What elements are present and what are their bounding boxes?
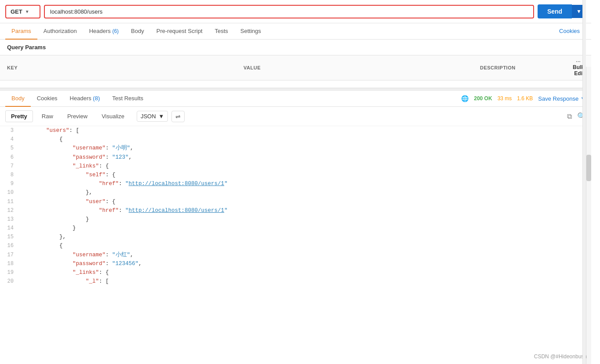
code-line-4: 4 { [0,135,591,144]
line-content: { [20,135,591,144]
line-content: }, [20,188,591,197]
right-edge-strip [582,0,586,364]
resp-tab-test-results[interactable]: Test Results [106,91,149,107]
resp-headers-badge: (8) [93,95,100,102]
line-content: "password": "123456", [20,259,591,268]
desc-col-header: DESCRIPTION [473,55,562,80]
response-format-bar: Pretty Raw Preview Visualize JSON ▼ ⇌ ⧉ … [0,107,591,126]
line-number: 18 [0,259,20,268]
key-cell[interactable] [0,80,236,88]
url-input[interactable]: localhost:8080/users [44,5,534,18]
line-number: 4 [0,135,20,144]
table-row [0,80,591,88]
line-content: { [20,241,591,250]
tab-cookies[interactable]: Cookies [553,23,586,40]
tab-authorization[interactable]: Authorization [37,23,83,40]
line-content: "self": { [20,171,591,179]
format-dropdown[interactable]: JSON ▼ [137,111,168,122]
vertical-scrollbar[interactable] [586,67,591,364]
line-content: "username": "小明", [20,144,591,153]
code-line-5: 5 "username": "小明", [0,144,591,153]
line-content: "username": "小红", [20,251,591,259]
tab-body[interactable]: Body [125,23,150,40]
tab-prerequest[interactable]: Pre-request Script [150,23,209,40]
line-number: 8 [0,171,20,179]
line-content: "_links": { [20,162,591,171]
request-bar: GET ▼ localhost:8080/users Send ▼ [0,0,591,23]
line-number: 13 [0,215,20,224]
line-content: "users": [ [20,126,591,135]
line-content: } [20,224,591,233]
line-content: } [20,215,591,224]
format-chevron-icon: ▼ [159,113,164,120]
code-line-15: 15 }, [0,233,591,241]
tab-params[interactable]: Params [5,23,37,40]
tab-headers[interactable]: Headers (6) [83,23,125,40]
line-number: 19 [0,268,20,277]
code-line-18: 18 "password": "123456", [0,259,591,268]
value-cell[interactable] [236,80,473,88]
tab-tests[interactable]: Tests [209,23,234,40]
fmt-tab-raw[interactable]: Raw [36,111,58,122]
code-line-7: 7 "_links": { [0,162,591,171]
code-line-13: 13 } [0,215,591,224]
resp-tab-cookies[interactable]: Cookies [31,91,64,107]
copy-icon[interactable]: ⧉ [567,113,572,120]
more-options-icon[interactable]: ··· [576,59,581,64]
value-col-header: VALUE [236,55,473,80]
csdn-watermark: CSDN @#Hideonbush [534,353,587,360]
response-status-bar: 🌐 200 OK 33 ms 1.6 KB Save Response ▼ [461,95,586,102]
scrollbar-thumb[interactable] [586,155,591,181]
line-number: 7 [0,162,20,171]
code-line-3: 3 "users": [ [0,126,591,135]
line-number: 20 [0,277,20,286]
save-response-label: Save Response [538,95,578,102]
resp-tab-headers[interactable]: Headers (8) [64,91,106,107]
line-number: 5 [0,144,20,153]
globe-icon: 🌐 [461,95,469,102]
fmt-tab-pretty[interactable]: Pretty [5,110,33,122]
response-code-area: 3 "users": [ 4 { 5 "username": "小明", 6 [0,126,591,286]
line-number: 17 [0,251,20,259]
code-line-20: 20 "_l": [ [0,277,591,286]
method-select[interactable]: GET ▼ [5,5,40,18]
line-content: "password": "123", [20,153,591,162]
wrap-button[interactable]: ⇌ [171,111,185,122]
send-button[interactable]: Send [538,4,572,18]
response-tabs-bar: Body Cookies Headers (8) Test Results 🌐 … [0,91,591,107]
code-line-16: 16 { [0,241,591,250]
line-number: 9 [0,179,20,188]
line-content: "_links": { [20,268,591,277]
fmt-tab-visualize[interactable]: Visualize [96,111,130,122]
line-number: 15 [0,233,20,241]
line-content: "user": { [20,197,591,206]
query-params-header: Query Params [0,40,591,55]
line-number: 16 [0,241,20,250]
save-response-button[interactable]: Save Response ▼ [538,95,586,102]
tab-settings[interactable]: Settings [234,23,267,40]
method-label: GET [11,8,22,15]
resp-tab-body[interactable]: Body [5,91,31,107]
line-number: 3 [0,126,20,135]
line-number: 14 [0,224,20,233]
send-button-group: Send ▼ [538,4,586,18]
code-line-19: 19 "_links": { [0,268,591,277]
line-content: "_l": [ [20,277,591,286]
line-number: 10 [0,188,20,197]
code-line-8: 8 "self": { [0,171,591,179]
key-col-header: KEY [0,55,236,80]
line-content: "href": "http://localhost:8080/users/1" [20,206,591,215]
url-value: localhost:8080/users [50,8,102,15]
line-content: }, [20,233,591,241]
response-time: 33 ms [498,95,512,102]
code-line-6: 6 "password": "123", [0,153,591,162]
line-number: 12 [0,206,20,215]
line-content: "href": "http://localhost:8080/users/1" [20,179,591,188]
line-number: 6 [0,153,20,162]
fmt-tab-preview[interactable]: Preview [62,111,93,122]
response-size: 1.6 KB [517,95,533,102]
response-section: Body Cookies Headers (8) Test Results 🌐 … [0,91,591,286]
desc-cell[interactable] [473,80,562,88]
wrap-icon: ⇌ [175,113,181,120]
code-line-12: 12 "href": "http://localhost:8080/users/… [0,206,591,215]
